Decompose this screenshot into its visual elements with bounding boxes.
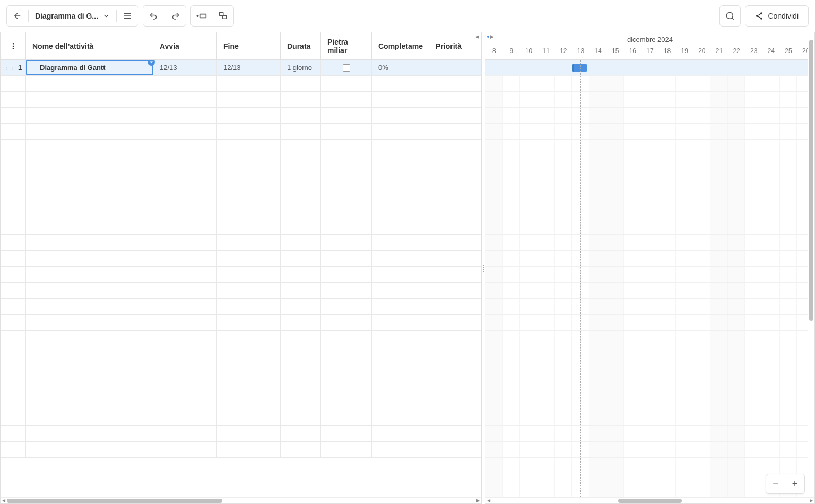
scroll-left-icon[interactable]: ◀ (485, 498, 492, 504)
cell-name[interactable] (26, 124, 153, 139)
timeline-day[interactable]: 15 (606, 45, 624, 57)
cell-name[interactable] (26, 76, 153, 91)
cell-end[interactable] (217, 315, 281, 330)
cell-start[interactable] (153, 315, 217, 330)
timeline-row[interactable] (485, 442, 814, 458)
row-handle[interactable] (1, 251, 26, 266)
cell-priority[interactable] (429, 203, 465, 219)
cell-start[interactable] (153, 140, 217, 155)
timeline-day[interactable]: 20 (693, 45, 711, 57)
table-row-empty[interactable] (1, 394, 481, 410)
timeline-row[interactable] (485, 171, 814, 187)
cell-milestone[interactable] (321, 203, 372, 219)
cell-milestone[interactable] (321, 426, 372, 441)
table-row[interactable]: ⋮⋮ 1 Diagramma di Gantt 12/13 12/13 1 gi… (1, 60, 481, 76)
cell-milestone[interactable] (321, 362, 372, 378)
cell-end[interactable] (217, 155, 281, 171)
timeline-row[interactable] (485, 92, 814, 108)
cell-start[interactable] (153, 203, 217, 219)
timeline-day[interactable]: 25 (780, 45, 797, 57)
insert-task-button[interactable] (191, 6, 212, 26)
table-row-empty[interactable] (1, 108, 481, 124)
cell-end[interactable] (217, 442, 281, 457)
cell-end[interactable] (217, 171, 281, 187)
cell-priority[interactable] (429, 171, 465, 187)
search-button[interactable] (719, 5, 741, 27)
cell-priority[interactable] (429, 283, 465, 298)
cell-start[interactable] (153, 251, 217, 266)
cell-complete[interactable] (372, 155, 429, 171)
cell-duration[interactable] (281, 410, 321, 425)
cell-priority[interactable] (429, 187, 465, 203)
row-handle[interactable] (1, 410, 26, 425)
timeline-row[interactable] (485, 124, 814, 140)
cell-milestone[interactable] (321, 76, 372, 91)
column-header-priority[interactable]: Priorità (429, 32, 465, 59)
cell-milestone[interactable] (321, 267, 372, 282)
cell-complete[interactable] (372, 426, 429, 441)
menu-button[interactable] (117, 6, 138, 26)
cell-priority[interactable] (429, 410, 465, 425)
cell-complete[interactable] (372, 76, 429, 91)
cell-milestone[interactable] (321, 124, 372, 139)
column-header-end[interactable]: Fine (217, 32, 281, 59)
cell-end[interactable] (217, 124, 281, 139)
timeline-day[interactable]: 21 (710, 45, 728, 57)
timeline-day[interactable]: 18 (658, 45, 676, 57)
scroll-left-icon[interactable]: ◀ (1, 498, 7, 504)
cell-priority[interactable] (429, 124, 465, 139)
row-handle[interactable]: ⋮⋮ 1 (1, 60, 26, 75)
cell-duration[interactable] (281, 362, 321, 378)
timeline-day[interactable]: 22 (728, 45, 745, 57)
cell-priority[interactable] (429, 346, 465, 362)
cell-complete[interactable] (372, 394, 429, 410)
row-handle[interactable] (1, 235, 26, 250)
timeline-row[interactable] (485, 267, 814, 283)
cell-start[interactable] (153, 92, 217, 107)
cell-complete[interactable] (372, 346, 429, 362)
cell-end[interactable] (217, 410, 281, 425)
cell-complete[interactable] (372, 187, 429, 203)
cell-start[interactable] (153, 362, 217, 378)
row-handle[interactable] (1, 140, 26, 155)
timeline-day[interactable]: 19 (676, 45, 693, 57)
cell-end[interactable] (217, 219, 281, 234)
cell-priority[interactable] (429, 251, 465, 266)
row-handle[interactable] (1, 283, 26, 298)
cell-duration[interactable] (281, 315, 321, 330)
timeline-row[interactable] (485, 331, 814, 346)
timeline-row[interactable] (485, 426, 814, 442)
cell-priority[interactable] (429, 155, 465, 171)
cell-start[interactable] (153, 267, 217, 282)
cell-complete[interactable] (372, 362, 429, 378)
cell-priority[interactable] (429, 442, 465, 457)
cell-priority[interactable] (429, 426, 465, 441)
cell-name[interactable] (26, 251, 153, 266)
cell-end[interactable] (217, 235, 281, 250)
row-handle[interactable] (1, 362, 26, 378)
cell-start[interactable] (153, 378, 217, 394)
cell-name[interactable] (26, 187, 153, 203)
cell-start[interactable] (153, 155, 217, 171)
cell-milestone[interactable] (321, 140, 372, 155)
cell-complete[interactable]: 0% (372, 60, 429, 75)
table-row-empty[interactable] (1, 410, 481, 426)
cell-end[interactable] (217, 92, 281, 107)
cell-start[interactable] (153, 426, 217, 441)
cell-duration[interactable] (281, 203, 321, 219)
table-row-empty[interactable] (1, 76, 481, 92)
cell-start[interactable] (153, 283, 217, 298)
cell-milestone[interactable] (321, 171, 372, 187)
cell-priority[interactable] (429, 108, 465, 123)
cell-name[interactable] (26, 426, 153, 441)
cell-end[interactable] (217, 426, 281, 441)
cell-priority[interactable] (429, 315, 465, 330)
cell-priority[interactable] (429, 60, 465, 75)
cell-start[interactable] (153, 124, 217, 139)
cell-name[interactable]: Diagramma di Gantt (26, 60, 153, 75)
cell-end[interactable] (217, 108, 281, 123)
timeline-day[interactable]: 16 (624, 45, 641, 57)
timeline-day[interactable]: 11 (537, 45, 555, 57)
cell-start[interactable] (153, 346, 217, 362)
cell-end[interactable] (217, 187, 281, 203)
